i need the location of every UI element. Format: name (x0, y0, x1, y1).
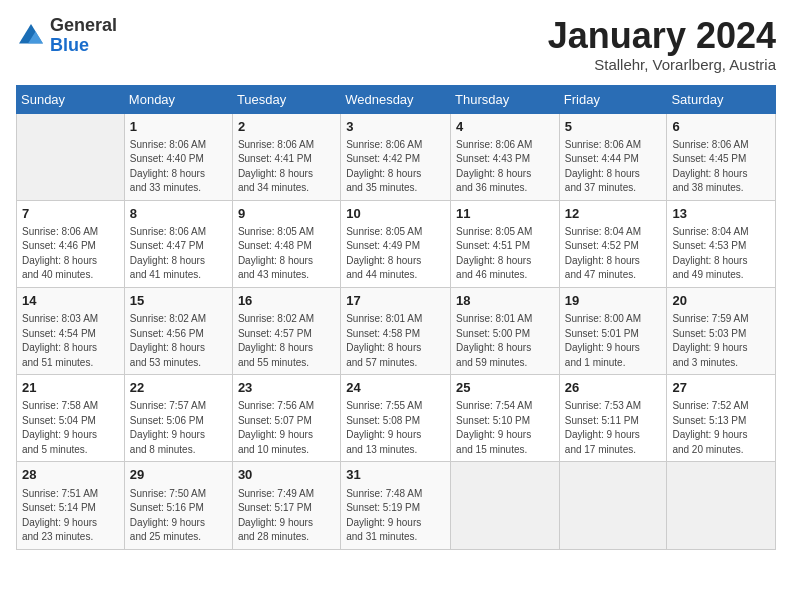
calendar-cell: 9Sunrise: 8:05 AM Sunset: 4:48 PM Daylig… (232, 200, 340, 287)
day-info: Sunrise: 8:05 AM Sunset: 4:48 PM Dayligh… (238, 225, 335, 283)
day-info: Sunrise: 8:00 AM Sunset: 5:01 PM Dayligh… (565, 312, 662, 370)
day-info: Sunrise: 8:06 AM Sunset: 4:42 PM Dayligh… (346, 138, 445, 196)
week-row-3: 14Sunrise: 8:03 AM Sunset: 4:54 PM Dayli… (17, 287, 776, 374)
calendar-cell: 13Sunrise: 8:04 AM Sunset: 4:53 PM Dayli… (667, 200, 776, 287)
day-info: Sunrise: 8:06 AM Sunset: 4:47 PM Dayligh… (130, 225, 227, 283)
day-info: Sunrise: 8:06 AM Sunset: 4:45 PM Dayligh… (672, 138, 770, 196)
calendar-cell: 24Sunrise: 7:55 AM Sunset: 5:08 PM Dayli… (341, 375, 451, 462)
day-info: Sunrise: 7:54 AM Sunset: 5:10 PM Dayligh… (456, 399, 554, 457)
week-row-4: 21Sunrise: 7:58 AM Sunset: 5:04 PM Dayli… (17, 375, 776, 462)
column-header-wednesday: Wednesday (341, 85, 451, 113)
day-number: 17 (346, 292, 445, 310)
day-number: 12 (565, 205, 662, 223)
calendar-cell: 14Sunrise: 8:03 AM Sunset: 4:54 PM Dayli… (17, 287, 125, 374)
column-header-monday: Monday (124, 85, 232, 113)
logo-icon (16, 21, 46, 51)
calendar-cell: 21Sunrise: 7:58 AM Sunset: 5:04 PM Dayli… (17, 375, 125, 462)
title-block: January 2024 Stallehr, Vorarlberg, Austr… (548, 16, 776, 73)
column-header-saturday: Saturday (667, 85, 776, 113)
day-number: 6 (672, 118, 770, 136)
day-number: 20 (672, 292, 770, 310)
day-number: 11 (456, 205, 554, 223)
day-number: 29 (130, 466, 227, 484)
day-number: 16 (238, 292, 335, 310)
day-info: Sunrise: 8:03 AM Sunset: 4:54 PM Dayligh… (22, 312, 119, 370)
calendar-cell: 7Sunrise: 8:06 AM Sunset: 4:46 PM Daylig… (17, 200, 125, 287)
day-number: 15 (130, 292, 227, 310)
day-number: 31 (346, 466, 445, 484)
day-info: Sunrise: 7:53 AM Sunset: 5:11 PM Dayligh… (565, 399, 662, 457)
day-info: Sunrise: 8:02 AM Sunset: 4:56 PM Dayligh… (130, 312, 227, 370)
day-number: 3 (346, 118, 445, 136)
day-number: 21 (22, 379, 119, 397)
calendar-cell: 8Sunrise: 8:06 AM Sunset: 4:47 PM Daylig… (124, 200, 232, 287)
day-info: Sunrise: 7:58 AM Sunset: 5:04 PM Dayligh… (22, 399, 119, 457)
day-number: 18 (456, 292, 554, 310)
page-header: General Blue January 2024 Stallehr, Vora… (16, 16, 776, 73)
day-info: Sunrise: 7:52 AM Sunset: 5:13 PM Dayligh… (672, 399, 770, 457)
day-info: Sunrise: 7:55 AM Sunset: 5:08 PM Dayligh… (346, 399, 445, 457)
column-header-sunday: Sunday (17, 85, 125, 113)
day-number: 19 (565, 292, 662, 310)
calendar-cell: 18Sunrise: 8:01 AM Sunset: 5:00 PM Dayli… (451, 287, 560, 374)
calendar-cell: 27Sunrise: 7:52 AM Sunset: 5:13 PM Dayli… (667, 375, 776, 462)
day-number: 8 (130, 205, 227, 223)
month-title: January 2024 (548, 16, 776, 56)
day-info: Sunrise: 8:04 AM Sunset: 4:52 PM Dayligh… (565, 225, 662, 283)
calendar-cell: 30Sunrise: 7:49 AM Sunset: 5:17 PM Dayli… (232, 462, 340, 549)
location: Stallehr, Vorarlberg, Austria (548, 56, 776, 73)
calendar-cell: 22Sunrise: 7:57 AM Sunset: 5:06 PM Dayli… (124, 375, 232, 462)
calendar-cell: 25Sunrise: 7:54 AM Sunset: 5:10 PM Dayli… (451, 375, 560, 462)
logo-text: General Blue (50, 16, 117, 56)
day-number: 30 (238, 466, 335, 484)
day-info: Sunrise: 8:06 AM Sunset: 4:43 PM Dayligh… (456, 138, 554, 196)
calendar-cell: 4Sunrise: 8:06 AM Sunset: 4:43 PM Daylig… (451, 113, 560, 200)
day-number: 23 (238, 379, 335, 397)
day-number: 13 (672, 205, 770, 223)
calendar-cell (17, 113, 125, 200)
calendar-cell: 17Sunrise: 8:01 AM Sunset: 4:58 PM Dayli… (341, 287, 451, 374)
calendar-cell: 28Sunrise: 7:51 AM Sunset: 5:14 PM Dayli… (17, 462, 125, 549)
day-info: Sunrise: 7:49 AM Sunset: 5:17 PM Dayligh… (238, 487, 335, 545)
day-number: 9 (238, 205, 335, 223)
calendar-cell: 29Sunrise: 7:50 AM Sunset: 5:16 PM Dayli… (124, 462, 232, 549)
day-info: Sunrise: 8:05 AM Sunset: 4:49 PM Dayligh… (346, 225, 445, 283)
calendar-cell (667, 462, 776, 549)
day-info: Sunrise: 8:06 AM Sunset: 4:40 PM Dayligh… (130, 138, 227, 196)
calendar-cell: 6Sunrise: 8:06 AM Sunset: 4:45 PM Daylig… (667, 113, 776, 200)
day-number: 25 (456, 379, 554, 397)
calendar-cell (451, 462, 560, 549)
day-info: Sunrise: 7:56 AM Sunset: 5:07 PM Dayligh… (238, 399, 335, 457)
day-info: Sunrise: 8:05 AM Sunset: 4:51 PM Dayligh… (456, 225, 554, 283)
day-number: 5 (565, 118, 662, 136)
calendar-cell: 26Sunrise: 7:53 AM Sunset: 5:11 PM Dayli… (559, 375, 667, 462)
calendar-cell: 16Sunrise: 8:02 AM Sunset: 4:57 PM Dayli… (232, 287, 340, 374)
day-number: 28 (22, 466, 119, 484)
calendar-cell: 1Sunrise: 8:06 AM Sunset: 4:40 PM Daylig… (124, 113, 232, 200)
week-row-5: 28Sunrise: 7:51 AM Sunset: 5:14 PM Dayli… (17, 462, 776, 549)
week-row-2: 7Sunrise: 8:06 AM Sunset: 4:46 PM Daylig… (17, 200, 776, 287)
calendar-table: SundayMondayTuesdayWednesdayThursdayFrid… (16, 85, 776, 550)
day-info: Sunrise: 7:48 AM Sunset: 5:19 PM Dayligh… (346, 487, 445, 545)
day-info: Sunrise: 7:57 AM Sunset: 5:06 PM Dayligh… (130, 399, 227, 457)
calendar-cell: 5Sunrise: 8:06 AM Sunset: 4:44 PM Daylig… (559, 113, 667, 200)
day-number: 26 (565, 379, 662, 397)
logo-general: General (50, 15, 117, 35)
column-header-thursday: Thursday (451, 85, 560, 113)
day-info: Sunrise: 8:01 AM Sunset: 5:00 PM Dayligh… (456, 312, 554, 370)
calendar-cell: 31Sunrise: 7:48 AM Sunset: 5:19 PM Dayli… (341, 462, 451, 549)
day-info: Sunrise: 8:04 AM Sunset: 4:53 PM Dayligh… (672, 225, 770, 283)
calendar-cell: 10Sunrise: 8:05 AM Sunset: 4:49 PM Dayli… (341, 200, 451, 287)
column-header-friday: Friday (559, 85, 667, 113)
day-info: Sunrise: 8:02 AM Sunset: 4:57 PM Dayligh… (238, 312, 335, 370)
day-number: 24 (346, 379, 445, 397)
day-info: Sunrise: 8:06 AM Sunset: 4:46 PM Dayligh… (22, 225, 119, 283)
calendar-cell: 11Sunrise: 8:05 AM Sunset: 4:51 PM Dayli… (451, 200, 560, 287)
calendar-cell: 23Sunrise: 7:56 AM Sunset: 5:07 PM Dayli… (232, 375, 340, 462)
logo-blue: Blue (50, 35, 89, 55)
day-number: 27 (672, 379, 770, 397)
day-number: 1 (130, 118, 227, 136)
day-number: 4 (456, 118, 554, 136)
day-number: 10 (346, 205, 445, 223)
day-number: 14 (22, 292, 119, 310)
